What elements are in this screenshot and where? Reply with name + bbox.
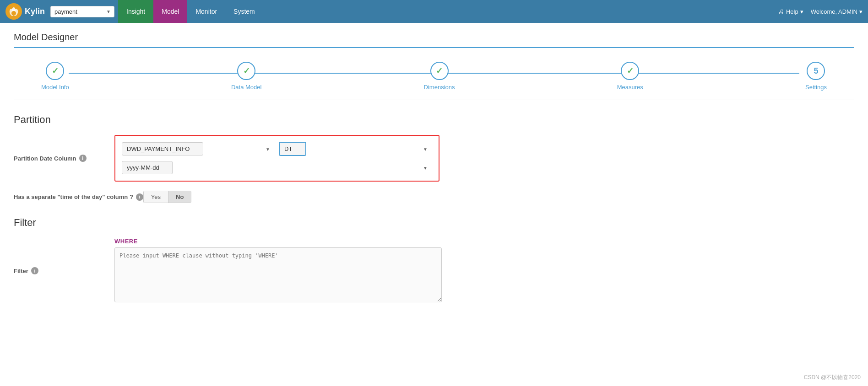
filter-info-icon[interactable]: i [31, 267, 38, 274]
brand: Kylin [5, 3, 45, 20]
step-circle-model-info: ✓ [46, 62, 64, 80]
date-format-row: yyyy-MM-dd [122, 161, 432, 174]
partition-section: Partition Partition Date Column i DWD_PA… [14, 114, 854, 203]
partition-date-column-row: Partition Date Column i DWD_PAYMENT_INFO… [14, 135, 854, 182]
main-content: Model Designer ✓ Model Info ✓ Data Model… [0, 23, 868, 327]
step-dimensions[interactable]: ✓ Dimensions [424, 62, 455, 91]
step-circle-dimensions: ✓ [430, 62, 449, 80]
welcome-label: Welcome, ADMIN [811, 8, 857, 15]
partition-date-row: DWD_PAYMENT_INFO DT [122, 142, 432, 155]
time-of-day-toggle[interactable]: Yes No [143, 191, 192, 203]
brand-logo [5, 3, 22, 20]
step-label-dimensions: Dimensions [424, 84, 455, 91]
time-of-day-row: Has a separate "time of the day" column … [14, 191, 854, 203]
stepper: ✓ Model Info ✓ Data Model ✓ Dimensions ✓… [14, 57, 854, 100]
step-data-model[interactable]: ✓ Data Model [231, 62, 261, 91]
partition-date-column-info-icon[interactable]: i [79, 155, 87, 162]
filter-section: Filter Filter i WHERE [14, 217, 854, 304]
brand-label: Kylin [25, 7, 45, 16]
welcome-menu[interactable]: Welcome, ADMIN ▾ [811, 8, 863, 15]
where-label: WHERE [114, 238, 442, 245]
step-circle-data-model: ✓ [237, 62, 255, 80]
toggle-yes[interactable]: Yes [144, 191, 168, 203]
nav-system[interactable]: System [225, 0, 263, 23]
step-label-model-info: Model Info [41, 84, 69, 91]
help-button[interactable]: 🖨 Help ▾ [778, 8, 803, 15]
filter-title: Filter [14, 217, 854, 229]
nav-links: Insight Model Monitor System [118, 0, 778, 23]
toggle-no[interactable]: No [168, 191, 191, 203]
partition-fields-box: DWD_PAYMENT_INFO DT yyyy-MM-dd [114, 135, 439, 182]
project-selector-wrapper[interactable]: payment [50, 6, 114, 17]
time-of-day-info-icon[interactable]: i [136, 193, 143, 201]
date-format-select-wrapper[interactable]: yyyy-MM-dd [122, 161, 432, 174]
page-title: Model Designer [14, 32, 854, 48]
step-model-info[interactable]: ✓ Model Info [41, 62, 69, 91]
partition-title: Partition [14, 114, 854, 126]
nav-model[interactable]: Model [153, 0, 187, 23]
time-of-day-label: Has a separate "time of the day" column … [14, 193, 143, 201]
project-select[interactable]: payment [50, 6, 114, 17]
filter-input-area: WHERE [114, 238, 442, 304]
help-icon: 🖨 [778, 8, 784, 15]
nav-right: 🖨 Help ▾ Welcome, ADMIN ▾ [778, 8, 863, 15]
navbar: Kylin payment Insight Model Monitor Syst… [0, 0, 868, 23]
step-circle-measures: ✓ [621, 62, 639, 80]
step-label-settings: Settings [805, 84, 827, 91]
column-select-wrapper[interactable]: DT [279, 142, 432, 155]
date-format-select[interactable]: yyyy-MM-dd [122, 161, 173, 174]
table-select[interactable]: DWD_PAYMENT_INFO [122, 142, 203, 155]
nav-monitor[interactable]: Monitor [187, 0, 225, 23]
welcome-chevron: ▾ [859, 8, 863, 15]
help-label: Help [786, 8, 798, 15]
step-circle-settings: 5 [807, 62, 825, 80]
help-chevron: ▾ [800, 8, 803, 15]
nav-insight[interactable]: Insight [118, 0, 153, 23]
step-label-measures: Measures [617, 84, 643, 91]
partition-date-column-label: Partition Date Column i [14, 155, 114, 162]
filter-label: Filter i [14, 267, 114, 274]
step-measures[interactable]: ✓ Measures [617, 62, 643, 91]
filter-textarea[interactable] [114, 247, 442, 302]
step-label-data-model: Data Model [231, 84, 261, 91]
column-select[interactable]: DT [279, 142, 306, 155]
table-select-wrapper[interactable]: DWD_PAYMENT_INFO [122, 142, 275, 155]
svg-point-4 [11, 11, 16, 16]
step-settings[interactable]: 5 Settings [805, 62, 827, 91]
filter-row: Filter i WHERE [14, 238, 854, 304]
